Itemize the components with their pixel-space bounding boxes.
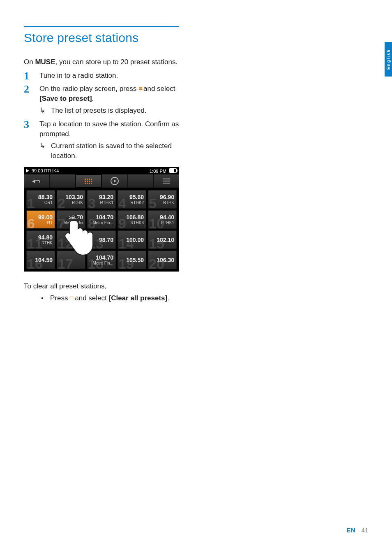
clear-post: and select: [73, 294, 109, 302]
menu-button[interactable]: [154, 174, 179, 188]
step-1-number: 1: [24, 71, 33, 81]
grid-icon: [85, 179, 92, 184]
preset-frequency: 99.00: [38, 214, 53, 220]
preset-station-name: RTHK2: [130, 201, 144, 205]
back-button[interactable]: [24, 174, 50, 188]
clear-dot: .: [167, 294, 169, 302]
device-screenshot: 99.00 RTHK4 1:09 PM 188.30CR12103.30RTHK…: [24, 167, 179, 272]
preset-tile[interactable]: 1094.40RTHK1: [148, 210, 177, 229]
page-footer: EN 41: [346, 527, 368, 534]
preset-tile[interactable]: 188.30CR1: [26, 190, 55, 209]
preset-tile[interactable]: 1398.70: [87, 230, 116, 249]
preset-frequency: 106.80: [126, 214, 144, 220]
step-3-number: 3: [24, 119, 33, 162]
preset-frequency: 102.10: [157, 237, 174, 243]
step-2-number: 2: [24, 84, 33, 116]
preset-number: 1: [27, 196, 35, 210]
status-time: 1:09 PM: [150, 169, 166, 174]
preset-frequency: 104.70: [96, 214, 113, 220]
preset-tile[interactable]: 2103.30RTHK: [57, 190, 85, 209]
preset-frequency: 94.40: [160, 214, 174, 220]
preset-number: 4: [118, 196, 126, 210]
intro-post: , you can store up to 20 preset stations…: [55, 58, 178, 66]
status-bar: 99.00 RTHK4 1:09 PM: [24, 167, 179, 174]
preset-tile[interactable]: 19105.50: [118, 251, 146, 269]
status-station: 99.00 RTHK4: [32, 168, 59, 173]
preset-station-name: RTHK: [42, 241, 53, 245]
result-arrow-icon: ↳: [39, 141, 47, 161]
preset-tile[interactable]: 127.64: [57, 230, 85, 249]
preset-number: 17: [58, 257, 73, 271]
clear-action: [Clear all presets]: [108, 294, 167, 302]
preset-station-name: Metro Fin...: [92, 221, 113, 225]
now-playing-button[interactable]: [102, 174, 128, 188]
language-tab-label: English: [386, 49, 391, 70]
preset-tile[interactable]: 17: [57, 251, 85, 269]
step-2: 2 On the radio play screen, press ≡ and …: [24, 84, 179, 116]
play-icon: [26, 169, 29, 172]
preset-frequency: 98.70: [99, 237, 113, 243]
preset-tile[interactable]: 495.60RTHK2: [118, 190, 146, 209]
steps-list: 1 Tune in to a radio station. 2 On the r…: [24, 71, 179, 161]
preset-station-name: RTHK1: [161, 221, 174, 225]
preset-station-name: RT: [47, 221, 53, 225]
step-1: 1 Tune in to a radio station.: [24, 71, 179, 81]
preset-frequency: 94.80: [38, 235, 53, 240]
preset-tile[interactable]: 393.20RTHK1: [87, 190, 116, 209]
intro-brand: MUSE: [35, 58, 55, 66]
back-icon: [32, 178, 41, 184]
step-2-dot: .: [92, 95, 94, 102]
preset-frequency: 99.70: [69, 214, 83, 220]
clear-pre: Press: [50, 294, 70, 302]
preset-tile[interactable]: 1194.80RTHK: [26, 230, 55, 249]
status-left: 99.00 RTHK4: [26, 168, 59, 173]
preset-frequency: 95.60: [129, 194, 144, 200]
preset-tile[interactable]: 9106.80RTHK3: [118, 210, 146, 229]
preset-number: 3: [88, 196, 96, 210]
intro-text: On MUSE, you can store up to 20 preset s…: [24, 57, 179, 67]
preset-tile[interactable]: 15102.10: [148, 230, 177, 249]
toolbar-spacer-2: [128, 174, 154, 188]
result-arrow-icon: ↳: [39, 106, 47, 116]
preset-frequency: 104.50: [35, 257, 53, 263]
step-3-sub-text: Current station is saved to the selected…: [51, 141, 179, 161]
play-ring-icon: [111, 177, 119, 185]
preset-grid: 188.30CR12103.30RTHK393.20RTHK1495.60RTH…: [24, 188, 179, 272]
step-3-text: Tap a location to save the station. Conf…: [39, 120, 179, 138]
hamburger-icon: [163, 179, 170, 183]
preset-tile[interactable]: 20106.30: [148, 251, 177, 269]
preset-number: 6: [27, 216, 35, 230]
battery-icon: [169, 168, 177, 173]
footer-lang: EN: [346, 527, 355, 534]
preset-number: 12: [58, 237, 73, 251]
preset-station-name: CR1: [44, 201, 53, 205]
preset-frequency: 96.90: [160, 194, 174, 200]
footer-page-number: 41: [361, 527, 368, 534]
step-1-text: Tune in to a radio station.: [39, 71, 118, 81]
bullet-icon: •: [40, 293, 44, 304]
preset-frequency: 104.70: [96, 255, 113, 260]
preset-tile[interactable]: 596.90RTHK: [148, 190, 177, 209]
menu-icon: ≡: [138, 84, 141, 93]
toolbar: [24, 174, 179, 188]
preset-tile[interactable]: 699.00RT: [26, 210, 55, 229]
preset-tile[interactable]: 18104.70Metro Fin...: [87, 251, 116, 269]
preset-station-name: RTHK: [163, 201, 174, 205]
preset-number: 2: [58, 196, 65, 210]
preset-tile[interactable]: 16104.50: [26, 251, 55, 269]
heading-rule: [24, 26, 179, 27]
preset-tile[interactable]: 14100.00: [118, 230, 146, 249]
main-column: Store preset stations On MUSE, you can s…: [24, 26, 179, 303]
preset-frequency: 100.00: [126, 237, 144, 243]
preset-station-name: 4: [81, 241, 83, 245]
preset-tile[interactable]: 8104.70Metro Fin...: [87, 210, 116, 229]
preset-frequency: 105.50: [126, 257, 144, 263]
preset-station-name: RTHK1: [100, 201, 113, 205]
step-3-sub: ↳ Current station is saved to the select…: [39, 141, 179, 161]
step-3-body: Tap a location to save the station. Conf…: [39, 119, 179, 162]
step-2-action: [Save to preset]: [39, 95, 92, 102]
clear-text: Press ≡ and select [Clear all presets].: [50, 293, 169, 304]
clear-bullet: • Press ≡ and select [Clear all presets]…: [40, 293, 179, 304]
grid-view-button[interactable]: [76, 174, 101, 188]
preset-tile[interactable]: 799.70Metroradio: [57, 210, 85, 229]
